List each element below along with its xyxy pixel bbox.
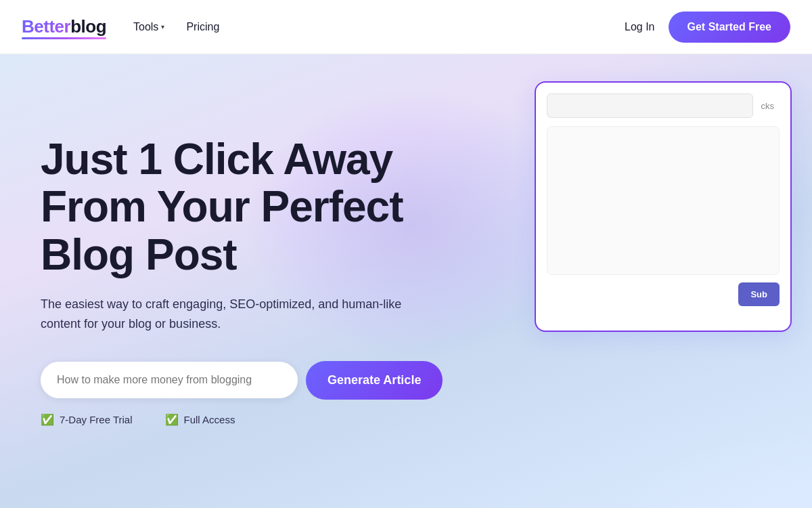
- navbar-left: Betterblog Tools ▾ Pricing: [22, 16, 219, 37]
- input-row: Generate Article: [41, 361, 501, 400]
- badge-trial: ✅ 7-Day Free Trial: [41, 413, 133, 426]
- login-button[interactable]: Log In: [625, 21, 654, 33]
- check-icon-trial: ✅: [41, 413, 54, 426]
- tools-label: Tools: [133, 21, 158, 33]
- logo-part2: blog: [70, 16, 106, 37]
- hero-left: Just 1 Click Away From Your Perfect Blog…: [41, 108, 501, 426]
- badge-access-label: Full Access: [184, 414, 235, 425]
- chevron-down-icon: ▾: [161, 23, 164, 30]
- hero-title: Just 1 Click Away From Your Perfect Blog…: [41, 135, 501, 278]
- logo[interactable]: Betterblog: [22, 16, 106, 37]
- topic-input[interactable]: [41, 362, 298, 398]
- preview-card: cks Sub: [535, 81, 792, 332]
- hero-bottom-wave: [609, 427, 812, 508]
- check-icon-access: ✅: [165, 413, 179, 426]
- nav-links: Tools ▾ Pricing: [133, 21, 219, 33]
- hero-badges: ✅ 7-Day Free Trial ✅ Full Access: [41, 413, 501, 426]
- logo-part1: Better: [22, 16, 70, 37]
- nav-tools[interactable]: Tools ▾: [133, 21, 164, 33]
- navbar: Betterblog Tools ▾ Pricing Log In Get St…: [0, 0, 812, 54]
- preview-input-stub: [547, 93, 753, 118]
- pricing-label: Pricing: [186, 21, 219, 33]
- nav-pricing[interactable]: Pricing: [186, 21, 219, 33]
- hero-subtitle: The easiest way to craft engaging, SEO-o…: [41, 295, 420, 334]
- navbar-right: Log In Get Started Free: [625, 12, 790, 43]
- hero-section: Just 1 Click Away From Your Perfect Blog…: [0, 54, 812, 508]
- preview-top: cks: [536, 83, 790, 118]
- generate-article-button[interactable]: Generate Article: [306, 361, 443, 400]
- badge-trial-label: 7-Day Free Trial: [60, 414, 133, 425]
- logo-underline: [22, 37, 106, 39]
- preview-content-area: [547, 126, 780, 275]
- badge-access: ✅ Full Access: [165, 413, 235, 426]
- get-started-button[interactable]: Get Started Free: [669, 12, 790, 43]
- preview-submit-button[interactable]: Sub: [738, 282, 780, 306]
- preview-label: cks: [761, 101, 780, 111]
